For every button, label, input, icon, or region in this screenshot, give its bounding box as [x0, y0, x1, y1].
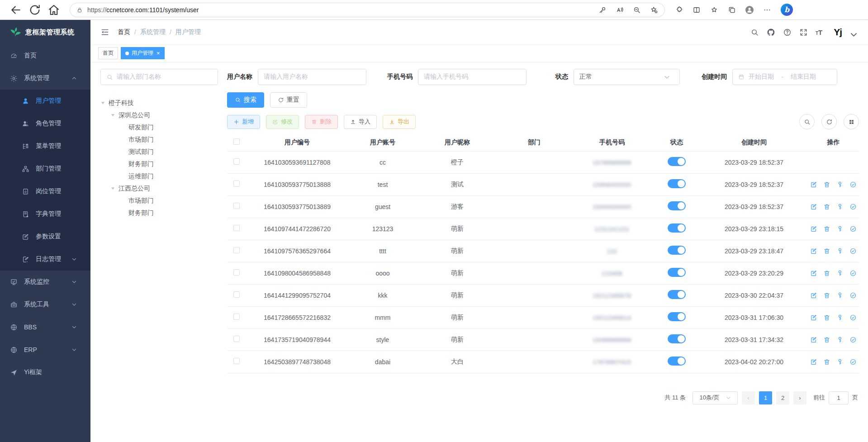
- address-bar[interactable]: https://ccnetcore.com:1101/system/user: [70, 3, 665, 17]
- date-range-picker[interactable]: 开始日期 - 结束日期: [732, 69, 837, 85]
- collapse-sidebar-icon[interactable]: [100, 28, 109, 37]
- sidebar-item-post-management[interactable]: 岗位管理: [0, 180, 90, 203]
- sidebar-item-user-management[interactable]: 用户管理: [0, 90, 90, 112]
- row-trash-icon[interactable]: [823, 358, 830, 366]
- tab-首页[interactable]: 首页: [98, 47, 118, 59]
- page-button-2[interactable]: 2: [776, 391, 789, 404]
- extensions-icon[interactable]: [675, 6, 683, 14]
- status-toggle[interactable]: [668, 290, 686, 299]
- status-toggle[interactable]: [668, 157, 686, 166]
- phone-input[interactable]: 请输入手机号码: [418, 69, 526, 85]
- edit-button[interactable]: 修改: [266, 115, 299, 129]
- row-checkbox[interactable]: [233, 269, 240, 276]
- row-check-circle-icon[interactable]: [849, 336, 857, 343]
- row-edit-square-icon[interactable]: [810, 203, 817, 210]
- row-edit-square-icon[interactable]: [810, 270, 817, 277]
- read-aloud-icon[interactable]: [616, 6, 624, 14]
- next-page-button[interactable]: ›: [793, 391, 806, 404]
- home-icon[interactable]: [47, 3, 61, 17]
- table-tool-refresh-icon[interactable]: [821, 114, 837, 129]
- row-key2-icon[interactable]: [836, 247, 844, 255]
- page-button-1[interactable]: 1: [759, 391, 772, 404]
- row-checkbox[interactable]: [233, 291, 240, 298]
- row-trash-icon[interactable]: [823, 336, 830, 343]
- row-key2-icon[interactable]: [836, 336, 844, 343]
- row-edit-square-icon[interactable]: [810, 247, 817, 255]
- sidebar-item-erp[interactable]: ERP: [0, 338, 90, 361]
- row-checkbox[interactable]: [233, 203, 240, 209]
- username-input[interactable]: 请输入用户名称: [258, 69, 366, 85]
- sidebar-item-log-management[interactable]: 日志管理: [0, 248, 90, 271]
- tab-用户管理[interactable]: 用户管理×: [121, 47, 165, 59]
- row-key2-icon[interactable]: [836, 358, 844, 366]
- sidebar-item-yi-framework[interactable]: Yi框架: [0, 361, 90, 384]
- collections-icon[interactable]: [728, 6, 736, 14]
- sidebar-item-param-settings[interactable]: 参数设置: [0, 225, 90, 248]
- tree-node[interactable]: 财务部门: [100, 207, 218, 219]
- table-tool-search-icon[interactable]: [799, 114, 815, 129]
- zoom-out-icon[interactable]: [633, 6, 641, 14]
- delete-button[interactable]: 删除: [305, 115, 338, 129]
- row-check-circle-icon[interactable]: [849, 270, 857, 277]
- tree-node[interactable]: 运维部门: [100, 170, 218, 182]
- row-trash-icon[interactable]: [823, 314, 830, 321]
- row-key2-icon[interactable]: [836, 225, 844, 233]
- sidebar-item-dict-management[interactable]: 字典管理: [0, 203, 90, 225]
- breadcrumb-home[interactable]: 首页: [118, 28, 130, 36]
- copilot-icon[interactable]: b: [781, 4, 793, 16]
- row-key2-icon[interactable]: [836, 314, 844, 321]
- tree-node[interactable]: 市场部门: [100, 133, 218, 146]
- status-select[interactable]: 正常: [574, 69, 680, 85]
- chevron-down-icon[interactable]: [849, 30, 858, 39]
- row-check-circle-icon[interactable]: [849, 181, 857, 188]
- dept-search-input[interactable]: 请输入部门名称: [100, 69, 218, 85]
- row-key2-icon[interactable]: [836, 181, 844, 188]
- row-edit-square-icon[interactable]: [810, 314, 817, 321]
- status-toggle[interactable]: [668, 179, 686, 188]
- font-size-icon[interactable]: TT: [816, 29, 822, 36]
- sidebar-item-system-tools[interactable]: 系统工具: [0, 293, 90, 316]
- import-button[interactable]: 导入: [344, 115, 377, 129]
- row-trash-icon[interactable]: [823, 203, 830, 210]
- row-edit-square-icon[interactable]: [810, 336, 817, 343]
- row-checkbox[interactable]: [233, 158, 240, 165]
- tree-node[interactable]: 深圳总公司: [100, 109, 218, 121]
- breadcrumb-system[interactable]: 系统管理: [140, 28, 166, 36]
- row-check-circle-icon[interactable]: [849, 314, 857, 321]
- table-tool-grid-icon[interactable]: [844, 114, 859, 129]
- row-key2-icon[interactable]: [836, 270, 844, 277]
- sidebar-item-menu-management[interactable]: 菜单管理: [0, 135, 90, 157]
- page-size-select[interactable]: 10条/页: [693, 391, 738, 404]
- goto-page-input[interactable]: 1: [829, 391, 849, 404]
- row-checkbox[interactable]: [233, 314, 240, 320]
- row-trash-icon[interactable]: [823, 225, 830, 233]
- search-button[interactable]: 搜索: [227, 92, 264, 108]
- sidebar-item-system-monitor[interactable]: 系统监控: [0, 271, 90, 293]
- status-toggle[interactable]: [668, 268, 686, 277]
- row-check-circle-icon[interactable]: [849, 203, 857, 210]
- select-all-checkbox[interactable]: [233, 138, 240, 145]
- row-checkbox[interactable]: [233, 225, 240, 231]
- status-toggle[interactable]: [668, 246, 686, 255]
- sidebar-item-home[interactable]: 首页: [0, 44, 90, 67]
- app-logo[interactable]: 意框架管理系统: [0, 20, 90, 44]
- tree-node[interactable]: 江西总公司: [100, 182, 218, 195]
- favorite-add-icon[interactable]: [650, 6, 658, 14]
- row-checkbox[interactable]: [233, 336, 240, 342]
- row-edit-square-icon[interactable]: [810, 358, 817, 366]
- fullscreen-icon[interactable]: [799, 28, 808, 37]
- split-screen-icon[interactable]: [693, 6, 701, 14]
- refresh-icon[interactable]: [28, 3, 42, 17]
- tree-node[interactable]: 研发部门: [100, 121, 218, 133]
- tree-node[interactable]: 财务部门: [100, 158, 218, 170]
- row-trash-icon[interactable]: [823, 292, 830, 299]
- user-logo-avatar[interactable]: Yj: [834, 27, 842, 38]
- row-checkbox[interactable]: [233, 358, 240, 364]
- search-icon[interactable]: [750, 28, 759, 37]
- tree-node[interactable]: 市场部门: [100, 195, 218, 207]
- add-button[interactable]: 新增: [227, 115, 260, 129]
- prev-page-button[interactable]: ‹: [742, 391, 755, 404]
- row-check-circle-icon[interactable]: [849, 292, 857, 299]
- sidebar-item-bbs[interactable]: BBS: [0, 316, 90, 338]
- row-checkbox[interactable]: [233, 181, 240, 187]
